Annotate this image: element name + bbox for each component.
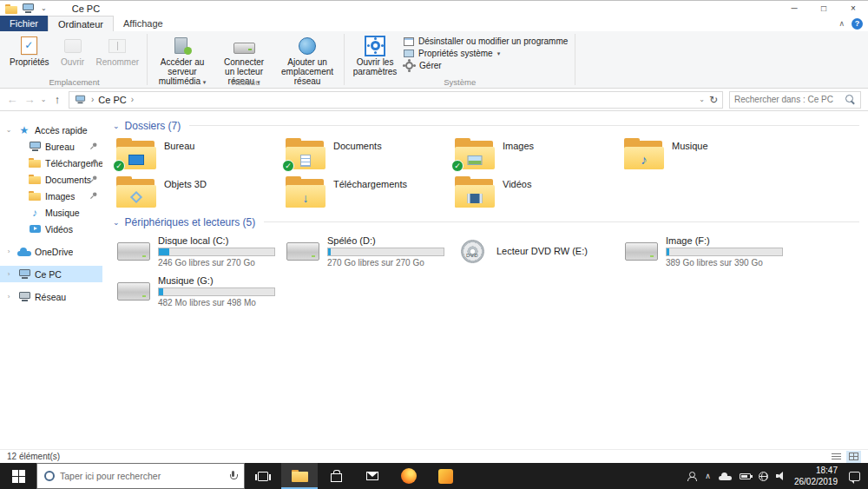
- close-button[interactable]: ×: [838, 1, 868, 17]
- chevron-right-icon[interactable]: ›: [4, 248, 13, 255]
- qat-customize-chevron-icon[interactable]: ⌄: [41, 4, 47, 12]
- taskbar-file-explorer[interactable]: [281, 463, 318, 489]
- address-bar: ← → ⌄ ↑ › Ce PC › ⌄ ↻: [0, 89, 868, 111]
- minimize-button[interactable]: ─: [779, 1, 809, 17]
- sidebar-item-onedrive[interactable]: › OneDrive: [0, 243, 102, 260]
- taskbar: ∧ 18:47 26/02/2019: [0, 463, 868, 489]
- sidebar-item-ce-pc[interactable]: › Ce PC: [0, 266, 102, 282]
- collapse-chevron-icon[interactable]: ⌄: [113, 122, 120, 130]
- renommer-button[interactable]: Renommer: [92, 33, 143, 69]
- microphone-icon[interactable]: [229, 471, 237, 482]
- breadcrumb-this-pc[interactable]: Ce PC: [98, 95, 126, 105]
- taskbar-clock[interactable]: 18:47 26/02/2019: [794, 465, 838, 487]
- chevron-right-icon[interactable]: ›: [4, 270, 13, 278]
- search-input[interactable]: [734, 95, 845, 104]
- start-button[interactable]: [0, 463, 36, 489]
- sidebar-item-reseau[interactable]: › Réseau: [0, 288, 102, 305]
- large-icons-view-button[interactable]: [846, 451, 861, 463]
- cortana-icon: [44, 471, 55, 481]
- proprietes-button[interactable]: Propriétés: [5, 33, 54, 69]
- icon-part: [461, 240, 484, 263]
- taskbar-mail[interactable]: [354, 463, 391, 489]
- tab-ordinateur[interactable]: Ordinateur: [48, 16, 114, 31]
- network-icon[interactable]: [759, 472, 768, 481]
- onedrive-tray-icon[interactable]: [719, 472, 732, 480]
- drive-g[interactable]: Musique (G:) 482 Mo libres sur 498 Mo: [113, 274, 282, 308]
- uninstall-program-button[interactable]: Désinstaller ou modifier un programme: [404, 36, 568, 46]
- sidebar-item-telechargements[interactable]: Téléchargements: [0, 155, 102, 171]
- recent-locations-chevron-icon[interactable]: ⌄: [38, 96, 49, 103]
- folders-group-header[interactable]: ⌄ Dossiers (7): [113, 116, 859, 135]
- manage-button[interactable]: Gérer: [404, 61, 568, 70]
- pictures-glyph-icon: [468, 155, 483, 165]
- drive-e-dvd[interactable]: Lecteur DVD RW (E:): [451, 234, 621, 268]
- group-title: Périphériques et lecteurs (5): [125, 216, 256, 228]
- people-icon[interactable]: [687, 472, 697, 481]
- sidebar-item-musique[interactable]: ♪ Musique: [0, 204, 102, 221]
- open-settings-button[interactable]: Ouvrir les paramètres: [348, 33, 402, 78]
- icon-part: [12, 470, 18, 476]
- refresh-icon[interactable]: ↻: [709, 94, 718, 106]
- chevron-right-icon[interactable]: ›: [4, 293, 13, 301]
- ouvrir-button[interactable]: Ouvrir: [54, 33, 92, 69]
- sidebar-item-documents[interactable]: Documents: [0, 171, 102, 188]
- drive-name: Musique (G:): [158, 275, 275, 286]
- folder-objets-3d[interactable]: Objets 3D: [113, 175, 282, 213]
- folder-icon: ♪: [624, 138, 664, 169]
- taskbar-search-input[interactable]: [60, 471, 224, 481]
- taskbar-app[interactable]: [427, 463, 464, 489]
- sidebar-item-images[interactable]: Images: [0, 188, 102, 204]
- drive-c[interactable]: Disque local (C:) 246 Go libres sur 270 …: [113, 234, 282, 268]
- folder-videos[interactable]: Vidéos: [451, 175, 621, 213]
- details-view-button[interactable]: [829, 451, 844, 463]
- drives-group-header[interactable]: ⌄ Périphériques et lecteurs (5): [113, 213, 859, 231]
- capacity-bar: [158, 287, 275, 296]
- large-icons-view-icon: [849, 453, 858, 460]
- folder-name: Vidéos: [503, 179, 531, 211]
- address-dropdown-chevron-icon[interactable]: ⌄: [699, 96, 705, 103]
- folder-documents[interactable]: ✓ Documents: [282, 136, 451, 175]
- help-button[interactable]: ?: [852, 18, 863, 30]
- icon-part: [30, 142, 41, 149]
- maximize-button[interactable]: □: [809, 1, 838, 17]
- battery-icon[interactable]: [740, 473, 751, 479]
- explorer-content: ⌄ ★ Accès rapide Bureau Téléchargements …: [0, 111, 868, 449]
- taskbar-store[interactable]: [318, 463, 354, 489]
- minimize-ribbon-chevron-icon[interactable]: ∧: [838, 19, 845, 28]
- up-button[interactable]: ↑: [49, 93, 66, 106]
- collapse-chevron-icon[interactable]: ⌄: [113, 218, 120, 227]
- video-icon: [30, 225, 41, 233]
- breadcrumb[interactable]: › Ce PC › ⌄ ↻: [69, 91, 723, 109]
- breadcrumb-chevron-icon[interactable]: ›: [131, 95, 134, 104]
- sidebar-item-bureau[interactable]: Bureau: [0, 138, 102, 155]
- folder-telechargements[interactable]: ↓ Téléchargements: [282, 175, 451, 213]
- navigation-pane: ⌄ ★ Accès rapide Bureau Téléchargements …: [0, 111, 102, 449]
- sidebar-item-quick-access[interactable]: ⌄ ★ Accès rapide: [0, 122, 102, 138]
- forward-button[interactable]: →: [21, 93, 38, 106]
- drive-f[interactable]: Image (F:) 389 Go libres sur 390 Go: [621, 234, 790, 268]
- system-properties-button[interactable]: Propriétés système ▾: [404, 49, 568, 58]
- task-view-icon: [258, 472, 268, 481]
- hard-drive-icon: [116, 282, 151, 301]
- folder-musique[interactable]: ♪ Musique: [621, 136, 790, 175]
- chevron-down-icon[interactable]: ⌄: [4, 126, 13, 134]
- drive-d[interactable]: Spéléo (D:) 270 Go libres sur 270 Go: [282, 234, 451, 268]
- taskbar-search-box[interactable]: [36, 463, 245, 489]
- action-center-icon[interactable]: [849, 472, 860, 481]
- capacity-bar-fill: [328, 248, 331, 255]
- sidebar-item-videos[interactable]: Vidéos: [0, 221, 102, 237]
- tab-affichage[interactable]: Affichage: [114, 16, 173, 31]
- show-hidden-icons-chevron-icon[interactable]: ∧: [705, 472, 711, 480]
- music-glyph-icon: ♪: [641, 152, 648, 167]
- task-view-button[interactable]: [245, 463, 281, 489]
- folder-images[interactable]: ✓ Images: [451, 136, 621, 175]
- folder-bureau[interactable]: ✓ Bureau: [113, 136, 282, 175]
- taskbar-firefox[interactable]: [391, 463, 427, 489]
- back-button[interactable]: ←: [3, 93, 21, 106]
- icon-part: [22, 300, 28, 301]
- search-icon[interactable]: [845, 95, 856, 105]
- volume-icon[interactable]: [776, 472, 786, 480]
- properties-qat-icon[interactable]: [22, 3, 35, 13]
- tab-fichier[interactable]: Fichier: [0, 16, 48, 31]
- onedrive-cloud-icon: [17, 248, 31, 256]
